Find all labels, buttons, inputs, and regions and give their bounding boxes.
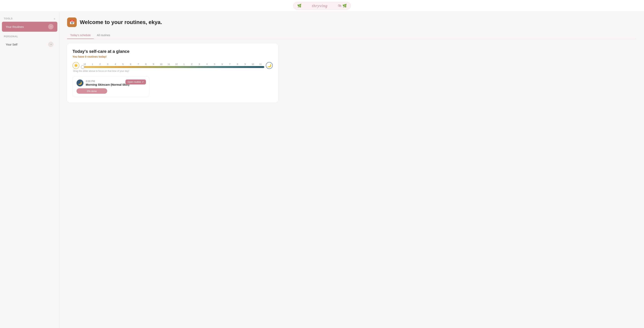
tab-all-routines[interactable]: All routines bbox=[94, 32, 113, 39]
hour-6am: 6 bbox=[127, 63, 134, 65]
tools-section-label: TOOLS « bbox=[0, 16, 59, 21]
tab-todays-schedule[interactable]: Today's schedule bbox=[67, 32, 94, 39]
sidebar-item-your-routines[interactable]: Your Routines → bbox=[2, 22, 57, 32]
open-routine-icon: ↗ bbox=[142, 81, 144, 83]
hour-9pm: 9 bbox=[241, 63, 249, 65]
right-leaf-icon[interactable]: 🌿 bbox=[342, 4, 347, 8]
hour-1pm: 1 bbox=[180, 63, 188, 65]
hour-2pm: 2 bbox=[188, 63, 196, 65]
hour-7am: 7 bbox=[134, 63, 142, 65]
hours-row: 12 1 2 3 4 5 6 7 8 9 10 11 12 1 bbox=[81, 63, 264, 65]
hour-12am: 12 bbox=[81, 63, 88, 65]
hour-10pm: 10 bbox=[249, 63, 256, 65]
hour-6pm: 6 bbox=[218, 63, 226, 65]
topbar: 🌿 thryving 🛍 🌿 bbox=[0, 0, 644, 12]
left-leaf-icon: 🌿 bbox=[297, 4, 302, 8]
sidebar-item-your-self[interactable]: Your Self → bbox=[2, 39, 57, 49]
slider-track-wrapper[interactable] bbox=[81, 66, 264, 68]
page-title: Welcome to your routines, ekya. bbox=[80, 19, 162, 25]
hour-1am: 1 bbox=[88, 63, 96, 65]
slider-thumb[interactable] bbox=[81, 65, 84, 69]
hour-8pm: 8 bbox=[234, 63, 242, 65]
hour-5pm: 5 bbox=[211, 63, 218, 65]
hour-12pm: 12 bbox=[172, 63, 180, 65]
page-header: 📅 Welcome to your routines, ekya. bbox=[67, 18, 636, 27]
schedule-title: Today's self-care at a glance bbox=[72, 49, 273, 54]
hour-10am: 10 bbox=[157, 63, 165, 65]
subtitle-prefix: You have bbox=[72, 55, 85, 58]
open-routine-button[interactable]: Open routine ↗ bbox=[126, 80, 146, 84]
hour-4am: 4 bbox=[112, 63, 119, 65]
routine-card-moon-icon: 🌙 bbox=[76, 80, 84, 86]
progress-bar: 0% done bbox=[76, 88, 107, 94]
slider-hint: Drag the slider above to focus on that t… bbox=[72, 70, 273, 72]
personal-section-label: PERSONAL bbox=[0, 32, 59, 39]
sidebar-item-label: Your Routines bbox=[6, 25, 24, 29]
main-content: 📅 Welcome to your routines, ekya. Today'… bbox=[60, 12, 644, 328]
slider-track bbox=[81, 66, 264, 68]
brand-pill: 🌿 thryving 🛍 🌿 bbox=[293, 2, 351, 10]
tabs: Today's schedule All routines bbox=[67, 32, 636, 39]
sidebar-item-label: Your Self bbox=[6, 43, 17, 46]
timeline-row: ☀️ 12 1 2 3 4 5 6 7 8 9 10 bbox=[72, 62, 273, 69]
hour-3pm: 3 bbox=[196, 63, 203, 65]
open-routine-label: Open routine bbox=[128, 81, 141, 83]
moon-icon: 🌙 bbox=[266, 62, 273, 69]
schedule-card: Today's self-care at a glance You have 0… bbox=[67, 44, 278, 102]
page-header-icon: 📅 bbox=[67, 18, 77, 27]
sidebar: TOOLS « Your Routines → PERSONAL Your Se… bbox=[0, 12, 60, 328]
hour-11am: 11 bbox=[165, 63, 172, 65]
collapse-icon[interactable]: « bbox=[54, 17, 56, 20]
routine-card: 🌙 8:00 PM Morning Skincare (Normal Skin)… bbox=[72, 76, 149, 97]
hour-2am: 2 bbox=[96, 63, 104, 65]
hour-3am: 3 bbox=[104, 63, 112, 65]
sidebar-item-arrow: → bbox=[48, 42, 54, 47]
bag-icon[interactable]: 🛍 bbox=[338, 4, 341, 8]
subtitle-suffix: routines today! bbox=[86, 55, 107, 58]
sidebar-item-arrow: → bbox=[48, 24, 54, 29]
routines-count: 0 bbox=[85, 55, 86, 58]
sun-icon: ☀️ bbox=[72, 62, 80, 69]
brand-logo: thryving bbox=[312, 3, 327, 8]
progress-label: 0% done bbox=[87, 90, 97, 93]
hour-9am: 9 bbox=[150, 63, 157, 65]
hour-7pm: 7 bbox=[226, 63, 234, 65]
hour-11pm: 11 bbox=[256, 63, 264, 65]
app-layout: TOOLS « Your Routines → PERSONAL Your Se… bbox=[0, 12, 644, 328]
routine-card-header: 🌙 8:00 PM Morning Skincare (Normal Skin)… bbox=[76, 80, 145, 86]
hour-8am: 8 bbox=[142, 63, 150, 65]
hour-4pm: 4 bbox=[203, 63, 211, 65]
schedule-subtitle: You have 0 routines today! bbox=[72, 55, 273, 58]
hour-5am: 5 bbox=[119, 63, 127, 65]
